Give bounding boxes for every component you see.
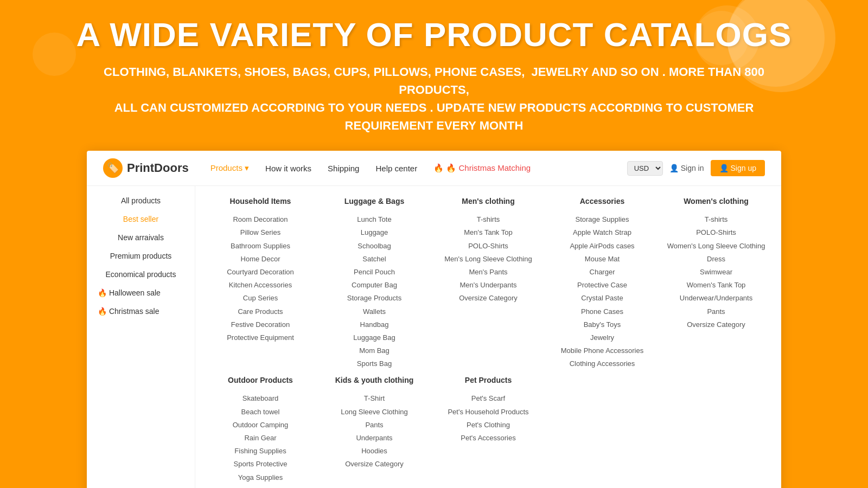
category-item[interactable]: Luggage Bag [320, 331, 429, 344]
category-item[interactable]: Oversize Category [662, 318, 770, 331]
category-item[interactable]: Apple AirPods cases [548, 240, 656, 253]
category-item[interactable]: Room Decoration [206, 213, 315, 226]
category-item[interactable]: Computer Bag [320, 279, 429, 292]
category-item[interactable]: Oversize Category [320, 458, 429, 471]
category-item[interactable]: T-Shirt [320, 392, 429, 405]
logo-icon: 🏷️ [103, 158, 123, 178]
category-item[interactable]: Baby's Toys [548, 318, 656, 331]
category-item[interactable]: Mouse Mat [548, 253, 656, 266]
category-item[interactable]: Kitchen Accessories [206, 279, 315, 292]
sidebar-best-seller[interactable]: Best seller [87, 210, 195, 228]
category-item[interactable]: Sports Bag [320, 357, 429, 370]
category-item[interactable]: Jewelry [548, 331, 656, 344]
category-women's-clothing: Women's clothingT-shirtsPOLO-ShirtsWomen… [662, 194, 770, 373]
category-item[interactable]: Wallets [320, 305, 429, 318]
dropdown-sidebar: All products Best seller New arraivals P… [87, 186, 195, 488]
deco-circle-2 [694, 11, 749, 65]
category-item[interactable]: Men's Underpants [434, 279, 542, 292]
category-item[interactable]: T-shirts [434, 213, 542, 226]
category-item[interactable]: Protective Case [548, 279, 656, 292]
category-item[interactable]: Cup Series [206, 292, 315, 305]
nav-how-it-works[interactable]: How it works [265, 164, 311, 173]
sidebar-economical[interactable]: Economical products [87, 265, 195, 284]
category-item[interactable]: Skateboard [206, 392, 315, 405]
category-item[interactable]: Bathroom Supplies [206, 240, 315, 253]
main-content-panel: 🏷️ PrintDoors Products ▾ How it works Sh… [87, 151, 781, 488]
navbar: 🏷️ PrintDoors Products ▾ How it works Sh… [87, 151, 781, 186]
category-item[interactable]: Mobile Phone Accessories [548, 344, 656, 357]
category-item[interactable]: Care Products [206, 305, 315, 318]
category-title: Household Items [206, 197, 315, 208]
category-item[interactable]: Protective Equipment [206, 331, 315, 344]
category-item[interactable]: Sports Protective [206, 458, 315, 471]
category-item[interactable]: Pet's Household Products [434, 406, 542, 419]
nav-shipping[interactable]: Shipping [328, 164, 359, 173]
category-item[interactable]: Rain Gear [206, 432, 315, 445]
dropdown-menu: All products Best seller New arraivals P… [87, 186, 781, 488]
sidebar-christmas[interactable]: 🔥 Christmas sale [87, 302, 195, 320]
category-item[interactable]: Yoga Supplies [206, 471, 315, 484]
category-item[interactable]: Fishing Supplies [206, 445, 315, 458]
nav-christmas[interactable]: 🔥 🔥 Christmas Matching [433, 163, 531, 173]
hero-subtitle: CLOTHING, BLANKETS, SHOES, BAGS, CUPS, P… [81, 63, 787, 134]
category-item[interactable]: Phone Cases [548, 305, 656, 318]
category-item[interactable]: Courtyard Decoration [206, 266, 315, 279]
category-item[interactable]: Long Sleeve Clothing [320, 406, 429, 419]
logo[interactable]: 🏷️ PrintDoors [103, 158, 189, 178]
category-item[interactable]: Women's Long Sleeve Clothing [662, 240, 770, 253]
hero-section: A WIDE VARIETY OF PRODUCT CATALOGS CLOTH… [0, 0, 868, 488]
category-item[interactable]: Auto Accessories [206, 484, 315, 488]
category-luggage-&-bags: Luggage & BagsLunch ToteLuggageSchoolbag… [320, 194, 429, 373]
category-item[interactable]: Women's Tank Top [662, 279, 770, 292]
category-item[interactable]: Lunch Tote [320, 213, 429, 226]
category-title: Men's clothing [434, 197, 542, 208]
category-item[interactable]: Storage Supplies [548, 213, 656, 226]
category-item[interactable]: Charger [548, 266, 656, 279]
category-item[interactable]: Dress [662, 253, 770, 266]
category-item[interactable]: Pants [662, 305, 770, 318]
category-item[interactable]: Pet's Scarf [434, 392, 542, 405]
category-item[interactable]: Beach towel [206, 406, 315, 419]
sidebar-all-products[interactable]: All products [87, 191, 195, 210]
category-item[interactable]: Luggage [320, 226, 429, 239]
category-item[interactable]: Clothing Accessories [548, 357, 656, 370]
category-item[interactable]: Men's Long Sleeve Clothing [434, 253, 542, 266]
category-item[interactable]: Pants [320, 419, 429, 432]
category-item[interactable]: Men's Pants [434, 266, 542, 279]
category-outdoor-products: Outdoor ProductsSkateboardBeach towelOut… [206, 373, 315, 488]
sidebar-halloween[interactable]: 🔥 Halloween sale [87, 284, 195, 302]
category-accessories: AccessoriesStorage SuppliesApple Watch S… [548, 194, 656, 373]
signin-button[interactable]: 👤 Sign in [669, 164, 704, 172]
category-pet-products: Pet ProductsPet's ScarfPet's Household P… [434, 373, 542, 488]
nav-help-center[interactable]: Help center [375, 164, 417, 173]
category-item[interactable]: Schoolbag [320, 240, 429, 253]
category-item[interactable]: T-shirts [662, 213, 770, 226]
category-item[interactable]: Oversize Category [434, 292, 542, 305]
category-title: Accessories [548, 197, 656, 208]
category-item[interactable]: Festive Decoration [206, 318, 315, 331]
category-item[interactable]: Home Decor [206, 253, 315, 266]
category-item[interactable]: Handbag [320, 318, 429, 331]
category-item[interactable]: Satchel [320, 253, 429, 266]
category-item[interactable]: Underpants [320, 432, 429, 445]
category-item[interactable]: Apple Watch Strap [548, 226, 656, 239]
category-item[interactable]: Hoodies [320, 445, 429, 458]
category-item[interactable]: Swimwear [662, 266, 770, 279]
category-item[interactable]: Pet's Clothing [434, 419, 542, 432]
sidebar-premium[interactable]: Premium products [87, 247, 195, 265]
currency-select[interactable]: USD EUR [627, 161, 663, 176]
category-item[interactable]: Men's Tank Top [434, 226, 542, 239]
category-item[interactable]: Pet's Accessories [434, 432, 542, 445]
category-item[interactable]: POLO-Shirts [434, 240, 542, 253]
category-item[interactable]: Mom Bag [320, 344, 429, 357]
category-item[interactable]: Pillow Series [206, 226, 315, 239]
category-item[interactable]: Storage Products [320, 292, 429, 305]
category-item[interactable]: POLO-Shirts [662, 226, 770, 239]
sidebar-new-arrivals[interactable]: New arraivals [87, 228, 195, 247]
nav-products[interactable]: Products ▾ [210, 163, 249, 173]
category-item[interactable]: Pencil Pouch [320, 266, 429, 279]
category-item[interactable]: Underwear/Underpants [662, 292, 770, 305]
signup-button[interactable]: 👤 Sign up [711, 160, 765, 176]
category-item[interactable]: Outdoor Camping [206, 419, 315, 432]
category-item[interactable]: Crystal Paste [548, 292, 656, 305]
